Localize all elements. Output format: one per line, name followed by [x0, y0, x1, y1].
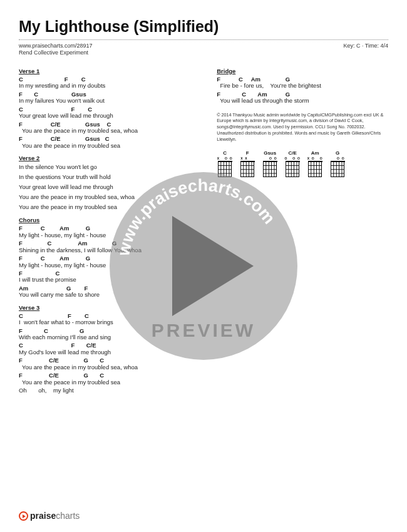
brand-light: charts: [56, 511, 80, 521]
copyright-text: © 2014 Thankyou Music admin worldwide by…: [217, 112, 388, 143]
lyrics: You are the peace in my troubled sea: [19, 143, 199, 149]
fret-marks: O O: [329, 157, 346, 160]
lyrics: You are the peace in my troubled sea: [19, 203, 199, 212]
fret-marks: X O O: [307, 157, 323, 160]
chord-diagram-am: Am X O O: [307, 151, 323, 176]
chord-diagram-f: F X X: [239, 151, 255, 176]
fret-marks: O O: [262, 157, 278, 160]
chord-label: F: [246, 151, 249, 156]
lyrics: Oh oh, my light: [19, 387, 199, 394]
chord-diagram-gsus: Gsus O O: [262, 151, 278, 176]
chord-diagram-g: G O O: [329, 151, 346, 176]
lyrics: In my wrestling and in my doubts: [19, 83, 199, 89]
artist-name: Rend Collective Experiment: [19, 49, 93, 56]
song-title: My Lighthouse (Simplified): [19, 18, 388, 36]
lyrics: In the silence You won't let go: [19, 163, 199, 171]
lyrics: You will lead us through the storm: [217, 98, 388, 104]
chord-diagrams: C X O O F X X Gsus O O C/E O O O Am X O …: [217, 151, 388, 176]
chorus-title: Chorus: [19, 217, 199, 223]
left-column: Verse 1 C F C In my wrestling and in my …: [19, 68, 199, 396]
fret-marks: X X: [239, 157, 255, 160]
lyrics: You are the peace in my troubled sea, wh…: [19, 193, 199, 202]
fret-marks: O O O: [284, 157, 301, 160]
chord-label: Gsus: [264, 151, 276, 156]
lyrics: Fire be - fore us, You're the brightest: [217, 83, 388, 89]
lyrics: You are the peace in my troubled sea: [19, 379, 199, 386]
lyrics: My light - house, my light - house: [19, 262, 199, 269]
lyrics: Your great love will lead me through: [19, 113, 199, 119]
chord-label: C/E: [289, 151, 297, 156]
play-icon: [19, 511, 28, 521]
fret-marks: X O O: [217, 157, 233, 160]
lyrics: Shining in the darkness, I will follow Y…: [19, 247, 199, 253]
lyrics: I will trust the promise: [19, 277, 199, 283]
source-url: www.praisecharts.com/28917: [19, 43, 93, 49]
right-column: Bridge F C Am G Fire be - fore us, You'r…: [217, 68, 388, 396]
lyrics: You are the peace in my troubled sea, wh…: [19, 364, 199, 371]
lyrics: My light - house, my light - house: [19, 232, 199, 238]
verse-2-title: Verse 2: [19, 155, 199, 161]
lyrics: In the questions Your truth will hold: [19, 173, 199, 182]
lyrics: You are the peace in my troubled sea, wh…: [19, 128, 199, 134]
lyrics: With each morning I'll rise and sing: [19, 334, 199, 340]
key-time: Key: C · Time: 4/4: [343, 43, 388, 56]
chord-label: G: [336, 151, 339, 156]
bridge-title: Bridge: [217, 68, 388, 74]
chord-label: Am: [311, 151, 319, 156]
lyrics: I won't fear what to - morrow brings: [19, 319, 199, 325]
meta-row: www.praisecharts.com/28917 Rend Collecti…: [19, 43, 388, 56]
lyrics: In my failures You won't walk out: [19, 98, 199, 104]
footer-logo: praisecharts: [19, 511, 80, 521]
verse-1-title: Verse 1: [19, 68, 199, 74]
chord-label: C: [223, 151, 227, 156]
chords: F C Am G: [19, 255, 199, 262]
brand-bold: praise: [30, 511, 56, 521]
divider: [19, 39, 388, 40]
lyrics: Your great love will lead me through: [19, 183, 199, 192]
verse-3-title: Verse 3: [19, 305, 199, 311]
chord-diagram-ce: C/E O O O: [284, 151, 301, 176]
lyrics: You will carry me safe to shore: [19, 292, 199, 298]
chord-diagram-c: C X O O: [217, 151, 233, 176]
lyrics: My God's love will lead me through: [19, 349, 199, 356]
